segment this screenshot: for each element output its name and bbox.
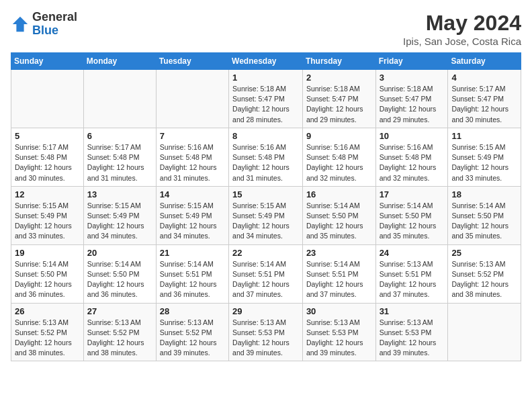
day-number: 29 [232, 306, 299, 316]
day-number: 26 [15, 306, 80, 316]
calendar-cell: 5Sunrise: 5:17 AMSunset: 5:48 PMDaylight… [11, 128, 84, 186]
day-info: Sunrise: 5:17 AMSunset: 5:48 PMDaylight:… [87, 142, 152, 183]
calendar-cell: 9Sunrise: 5:16 AMSunset: 5:48 PMDaylight… [302, 128, 375, 186]
day-info: Sunrise: 5:16 AMSunset: 5:48 PMDaylight:… [232, 142, 299, 183]
calendar-cell: 13Sunrise: 5:15 AMSunset: 5:49 PMDayligh… [83, 186, 156, 244]
day-info: Sunrise: 5:18 AMSunset: 5:47 PMDaylight:… [306, 84, 372, 125]
calendar-cell: 6Sunrise: 5:17 AMSunset: 5:48 PMDaylight… [83, 128, 156, 186]
day-info: Sunrise: 5:14 AMSunset: 5:50 PMDaylight:… [87, 259, 152, 300]
day-info: Sunrise: 5:13 AMSunset: 5:53 PMDaylight:… [232, 318, 299, 359]
day-number: 23 [306, 248, 372, 258]
day-number: 10 [380, 131, 445, 141]
svg-marker-0 [13, 17, 28, 32]
main-title: May 2024 [403, 11, 521, 36]
weekday-header-monday: Monday [83, 53, 156, 70]
day-number: 3 [380, 73, 445, 83]
calendar-cell: 16Sunrise: 5:14 AMSunset: 5:50 PMDayligh… [302, 186, 375, 244]
day-info: Sunrise: 5:16 AMSunset: 5:48 PMDaylight:… [160, 142, 225, 183]
day-info: Sunrise: 5:13 AMSunset: 5:53 PMDaylight:… [306, 318, 372, 359]
day-info: Sunrise: 5:14 AMSunset: 5:50 PMDaylight:… [451, 201, 517, 242]
day-info: Sunrise: 5:14 AMSunset: 5:50 PMDaylight:… [15, 259, 80, 300]
weekday-header-wednesday: Wednesday [229, 53, 303, 70]
day-number: 27 [87, 306, 152, 316]
calendar-body: 1Sunrise: 5:18 AMSunset: 5:47 PMDaylight… [11, 70, 521, 361]
day-number: 2 [306, 73, 372, 83]
logo-text: General Blue [32, 11, 77, 38]
calendar-cell: 7Sunrise: 5:16 AMSunset: 5:48 PMDaylight… [156, 128, 228, 186]
day-info: Sunrise: 5:13 AMSunset: 5:52 PMDaylight:… [15, 318, 80, 359]
day-number: 16 [306, 189, 372, 199]
calendar-cell: 11Sunrise: 5:15 AMSunset: 5:49 PMDayligh… [448, 128, 521, 186]
day-number: 11 [451, 131, 517, 141]
calendar-cell: 24Sunrise: 5:13 AMSunset: 5:51 PMDayligh… [375, 244, 448, 303]
day-info: Sunrise: 5:13 AMSunset: 5:52 PMDaylight:… [451, 259, 517, 300]
day-number: 31 [380, 306, 445, 316]
day-number: 14 [160, 189, 225, 199]
calendar-cell [448, 303, 521, 361]
day-number: 6 [87, 131, 152, 141]
calendar-week-1: 1Sunrise: 5:18 AMSunset: 5:47 PMDaylight… [11, 70, 521, 128]
day-info: Sunrise: 5:13 AMSunset: 5:53 PMDaylight:… [380, 318, 445, 359]
day-info: Sunrise: 5:14 AMSunset: 5:50 PMDaylight:… [380, 201, 445, 242]
day-info: Sunrise: 5:16 AMSunset: 5:48 PMDaylight:… [380, 142, 445, 183]
day-number: 28 [160, 306, 225, 316]
calendar-cell: 21Sunrise: 5:14 AMSunset: 5:51 PMDayligh… [156, 244, 228, 303]
calendar-cell [83, 70, 156, 128]
day-number: 8 [232, 131, 299, 141]
calendar-cell: 17Sunrise: 5:14 AMSunset: 5:50 PMDayligh… [375, 186, 448, 244]
weekday-header-thursday: Thursday [302, 53, 375, 70]
calendar-cell: 28Sunrise: 5:13 AMSunset: 5:52 PMDayligh… [156, 303, 228, 361]
day-number: 5 [15, 131, 80, 141]
day-info: Sunrise: 5:15 AMSunset: 5:49 PMDaylight:… [87, 201, 152, 242]
day-number: 9 [306, 131, 372, 141]
day-number: 12 [15, 189, 80, 199]
day-info: Sunrise: 5:15 AMSunset: 5:49 PMDaylight:… [232, 201, 299, 242]
day-number: 13 [87, 189, 152, 199]
calendar-cell: 15Sunrise: 5:15 AMSunset: 5:49 PMDayligh… [229, 186, 303, 244]
day-info: Sunrise: 5:17 AMSunset: 5:48 PMDaylight:… [15, 142, 80, 183]
page-header: General Blue May 2024 Ipis, San Jose, Co… [11, 11, 521, 47]
calendar-cell: 10Sunrise: 5:16 AMSunset: 5:48 PMDayligh… [375, 128, 448, 186]
day-info: Sunrise: 5:18 AMSunset: 5:47 PMDaylight:… [232, 84, 299, 125]
calendar-cell: 26Sunrise: 5:13 AMSunset: 5:52 PMDayligh… [11, 303, 84, 361]
day-info: Sunrise: 5:17 AMSunset: 5:47 PMDaylight:… [451, 84, 517, 125]
calendar-cell: 25Sunrise: 5:13 AMSunset: 5:52 PMDayligh… [448, 244, 521, 303]
day-info: Sunrise: 5:14 AMSunset: 5:51 PMDaylight:… [160, 259, 225, 300]
calendar-header: SundayMondayTuesdayWednesdayThursdayFrid… [11, 53, 521, 70]
weekday-header-row: SundayMondayTuesdayWednesdayThursdayFrid… [11, 53, 521, 70]
calendar-cell: 22Sunrise: 5:14 AMSunset: 5:51 PMDayligh… [229, 244, 303, 303]
calendar-cell: 30Sunrise: 5:13 AMSunset: 5:53 PMDayligh… [302, 303, 375, 361]
day-info: Sunrise: 5:14 AMSunset: 5:51 PMDaylight:… [306, 259, 372, 300]
calendar-cell: 20Sunrise: 5:14 AMSunset: 5:50 PMDayligh… [83, 244, 156, 303]
calendar-table: SundayMondayTuesdayWednesdayThursdayFrid… [11, 52, 521, 361]
day-info: Sunrise: 5:14 AMSunset: 5:50 PMDaylight:… [306, 201, 372, 242]
day-info: Sunrise: 5:15 AMSunset: 5:49 PMDaylight:… [15, 201, 80, 242]
day-info: Sunrise: 5:16 AMSunset: 5:48 PMDaylight:… [306, 142, 372, 183]
calendar-cell: 29Sunrise: 5:13 AMSunset: 5:53 PMDayligh… [229, 303, 303, 361]
day-info: Sunrise: 5:15 AMSunset: 5:49 PMDaylight:… [160, 201, 225, 242]
calendar-week-3: 12Sunrise: 5:15 AMSunset: 5:49 PMDayligh… [11, 186, 521, 244]
logo-icon [11, 15, 30, 34]
day-info: Sunrise: 5:14 AMSunset: 5:51 PMDaylight:… [232, 259, 299, 300]
calendar-cell: 2Sunrise: 5:18 AMSunset: 5:47 PMDaylight… [302, 70, 375, 128]
day-number: 19 [15, 248, 80, 258]
weekday-header-sunday: Sunday [11, 53, 84, 70]
subtitle: Ipis, San Jose, Costa Rica [403, 36, 521, 47]
day-number: 21 [160, 248, 225, 258]
day-number: 15 [232, 189, 299, 199]
day-number: 22 [232, 248, 299, 258]
calendar-cell: 31Sunrise: 5:13 AMSunset: 5:53 PMDayligh… [375, 303, 448, 361]
day-number: 20 [87, 248, 152, 258]
day-number: 17 [380, 189, 445, 199]
day-info: Sunrise: 5:13 AMSunset: 5:51 PMDaylight:… [380, 259, 445, 300]
calendar-cell: 8Sunrise: 5:16 AMSunset: 5:48 PMDaylight… [229, 128, 303, 186]
calendar-cell: 19Sunrise: 5:14 AMSunset: 5:50 PMDayligh… [11, 244, 84, 303]
calendar-cell: 14Sunrise: 5:15 AMSunset: 5:49 PMDayligh… [156, 186, 228, 244]
day-number: 4 [451, 73, 517, 83]
day-info: Sunrise: 5:13 AMSunset: 5:52 PMDaylight:… [87, 318, 152, 359]
day-info: Sunrise: 5:18 AMSunset: 5:47 PMDaylight:… [380, 84, 445, 125]
day-number: 30 [306, 306, 372, 316]
calendar-cell [156, 70, 228, 128]
calendar-cell: 1Sunrise: 5:18 AMSunset: 5:47 PMDaylight… [229, 70, 303, 128]
calendar-cell: 18Sunrise: 5:14 AMSunset: 5:50 PMDayligh… [448, 186, 521, 244]
